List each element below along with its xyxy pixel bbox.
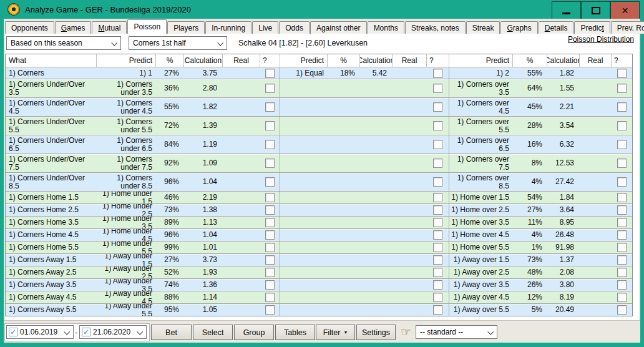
tab-details[interactable]: Details	[539, 21, 574, 34]
tab-strip: OpponentsGamesMutualPoissonPlayersIn-run…	[5, 20, 644, 34]
standard-select-value: -- standard --	[420, 328, 463, 336]
table-row: 1) Corners Under/Over 8.51) Corners unde…	[6, 172, 632, 191]
settings-button[interactable]: Settings	[356, 325, 396, 340]
real-checkbox[interactable]	[617, 102, 627, 112]
real-checkbox[interactable]	[433, 268, 442, 277]
filter-button[interactable]: Filter ▼	[316, 325, 355, 340]
real-checkbox[interactable]	[265, 280, 275, 290]
date-from-checkbox[interactable]: ✓	[9, 328, 17, 336]
real-checkbox[interactable]	[265, 159, 275, 168]
bet-button[interactable]: Bet	[151, 325, 192, 340]
real-checkbox[interactable]	[433, 280, 442, 290]
poisson-distribution-link[interactable]: Poisson Distribution	[568, 35, 634, 44]
real-checkbox[interactable]	[265, 205, 275, 215]
column-header: Real	[392, 54, 426, 67]
tab-odds[interactable]: Odds	[279, 21, 310, 34]
calculation-cell: 8.19	[547, 291, 579, 303]
real-checkbox[interactable]	[265, 218, 275, 227]
tab-graphs[interactable]: Graphs	[500, 21, 537, 34]
real-checkbox[interactable]	[433, 205, 442, 215]
real-checkbox[interactable]	[433, 102, 442, 112]
real-checkbox[interactable]	[265, 193, 275, 202]
real-checkbox[interactable]	[265, 305, 275, 315]
real-checkbox[interactable]	[617, 268, 627, 277]
tab-mutual[interactable]: Mutual	[92, 21, 127, 34]
percent-cell: 73%	[512, 254, 547, 266]
real-checkbox[interactable]	[265, 243, 275, 252]
real-checkbox[interactable]	[617, 243, 627, 252]
date-from-select[interactable]: ✓ 01.06.2019	[6, 325, 74, 339]
real-checkbox[interactable]	[265, 102, 275, 112]
real-checkbox[interactable]	[433, 69, 442, 78]
real-checkbox[interactable]	[617, 159, 627, 168]
tab-opponents[interactable]: Opponents	[5, 21, 54, 34]
real-checkbox[interactable]	[617, 280, 627, 290]
real-checkbox[interactable]	[433, 193, 442, 202]
tab-streaks-notes[interactable]: Streaks, notes	[405, 21, 466, 34]
real-checkbox[interactable]	[265, 177, 275, 187]
calculation-cell	[359, 229, 392, 241]
real-checkbox[interactable]	[433, 230, 442, 240]
real-checkbox[interactable]	[617, 255, 627, 265]
tab-streak[interactable]: Streak	[466, 21, 500, 34]
market-select[interactable]: Corners 1st half	[129, 36, 227, 50]
real-checkbox[interactable]	[433, 140, 442, 149]
tab-games[interactable]: Games	[55, 21, 92, 34]
tab-players[interactable]: Players	[167, 21, 205, 34]
real-cell	[222, 192, 260, 203]
tab-against-other[interactable]: Against other	[310, 21, 367, 34]
date-to-checkbox[interactable]: ✓	[82, 328, 90, 336]
tab-live[interactable]: Live	[252, 21, 278, 34]
tab-months[interactable]: Months	[368, 21, 404, 34]
real-checkbox[interactable]	[617, 305, 627, 315]
real-checkbox[interactable]	[617, 293, 627, 302]
season-select[interactable]: Based on this season	[6, 36, 121, 50]
real-checkbox[interactable]	[617, 121, 627, 130]
real-checkbox[interactable]	[433, 305, 442, 315]
date-to-select[interactable]: ✓ 21.06.2020	[79, 325, 147, 339]
maximize-button[interactable]	[581, 1, 610, 19]
percent-cell: 72%	[155, 117, 183, 135]
real-checkbox[interactable]	[433, 121, 442, 130]
real-checkbox[interactable]	[433, 177, 442, 187]
tables-button[interactable]: Tables	[275, 325, 315, 340]
real-checkbox[interactable]	[617, 84, 627, 93]
question-cell	[426, 204, 449, 216]
real-checkbox[interactable]	[433, 159, 442, 168]
minimize-button[interactable]	[552, 1, 581, 19]
real-checkbox[interactable]	[433, 218, 442, 227]
real-checkbox[interactable]	[265, 255, 275, 265]
real-checkbox[interactable]	[617, 218, 627, 227]
tab-in-running[interactable]: In-running	[205, 21, 251, 34]
date-from-value: 01.06.2019	[20, 328, 57, 336]
real-checkbox[interactable]	[617, 205, 627, 215]
real-checkbox[interactable]	[433, 255, 442, 265]
predict-cell: 1) Corners over 7.5	[449, 154, 512, 172]
real-checkbox[interactable]	[433, 243, 442, 252]
real-checkbox[interactable]	[433, 293, 442, 302]
real-checkbox[interactable]	[265, 230, 275, 240]
real-checkbox[interactable]	[617, 230, 627, 240]
real-checkbox[interactable]	[617, 177, 627, 187]
real-checkbox[interactable]	[433, 84, 442, 93]
real-checkbox[interactable]	[617, 193, 627, 202]
real-checkbox[interactable]	[617, 69, 627, 78]
tab-poisson[interactable]: Poisson	[127, 19, 167, 34]
real-checkbox[interactable]	[265, 268, 275, 277]
percent-cell: 46%	[155, 192, 183, 203]
real-checkbox[interactable]	[265, 293, 275, 302]
real-checkbox[interactable]	[265, 121, 275, 130]
tab-prev-round[interactable]: Prev. Round	[611, 21, 644, 34]
real-checkbox[interactable]	[265, 84, 275, 93]
real-cell	[222, 67, 260, 79]
group-button[interactable]: Group	[234, 325, 274, 340]
question-cell	[426, 242, 449, 253]
real-checkbox[interactable]	[265, 69, 275, 78]
select-button[interactable]: Select	[193, 325, 233, 340]
real-checkbox[interactable]	[265, 140, 275, 149]
real-checkbox[interactable]	[617, 140, 627, 149]
real-cell	[222, 117, 260, 135]
tab-predict[interactable]: Predict	[574, 21, 610, 34]
standard-select[interactable]: -- standard --	[416, 325, 497, 339]
close-button[interactable]: ✕	[610, 1, 640, 19]
